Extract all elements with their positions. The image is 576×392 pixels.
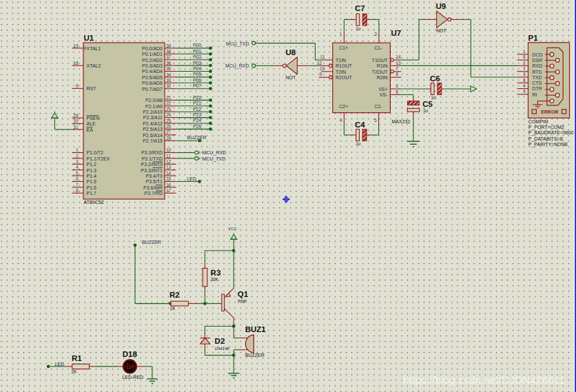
svg-text:4: 4 <box>76 165 79 169</box>
svg-text:DTR: DTR <box>533 86 542 91</box>
svg-text:22: 22 <box>166 101 172 105</box>
svg-text:P20: P20 <box>193 95 201 100</box>
svg-text:9: 9 <box>319 72 322 76</box>
svg-text:1u: 1u <box>356 26 361 31</box>
svg-text:P1.5: P1.5 <box>87 179 97 184</box>
svg-text:P1.6: P1.6 <box>87 185 97 190</box>
svg-text:R2OUT: R2OUT <box>336 75 352 80</box>
svg-text:P2.6/A14: P2.6/A14 <box>143 133 163 138</box>
svg-text:RTS: RTS <box>533 70 542 74</box>
svg-text:MCU_RXD: MCU_RXD <box>203 150 227 156</box>
svg-text:14: 14 <box>166 171 172 176</box>
svg-text:DSR: DSR <box>533 58 543 63</box>
svg-text:P_BAUDRATE=9600: P_BAUDRATE=9600 <box>528 130 574 136</box>
svg-text:39: 39 <box>166 43 172 48</box>
svg-text:P0.1/AD1: P0.1/AD1 <box>142 52 163 56</box>
svg-text:LED: LED <box>55 362 65 367</box>
svg-text:P1.7: P1.7 <box>87 191 97 196</box>
svg-text:T2IN: T2IN <box>336 70 346 74</box>
svg-text:P_PARITY=NONE: P_PARITY=NONE <box>528 142 568 147</box>
svg-text:T2OUT: T2OUT <box>372 70 389 74</box>
svg-text:MAX232: MAX232 <box>392 119 411 124</box>
svg-text:P1.0/T2: P1.0/T2 <box>87 150 104 155</box>
svg-text:10: 10 <box>166 147 172 152</box>
svg-text:P2.5/A13: P2.5/A13 <box>143 127 163 132</box>
svg-text:VS-: VS- <box>380 92 388 97</box>
svg-text:XTAL2: XTAL2 <box>87 63 101 68</box>
svg-text:NOT: NOT <box>286 75 297 80</box>
svg-text:P3.7/RD: P3.7/RD <box>145 191 163 196</box>
svg-text:1: 1 <box>76 147 79 152</box>
svg-text:Q1: Q1 <box>238 290 249 298</box>
svg-text:16: 16 <box>166 183 172 187</box>
svg-text:13: 13 <box>396 61 402 65</box>
svg-text:P3.1/TXD: P3.1/TXD <box>142 156 163 161</box>
svg-text:P0.6/AD6: P0.6/AD6 <box>142 81 163 85</box>
svg-text:24: 24 <box>166 112 172 117</box>
svg-text:P23: P23 <box>193 112 201 117</box>
svg-text:P2.1/A9: P2.1/A9 <box>145 104 163 109</box>
svg-text:33: 33 <box>166 78 172 83</box>
svg-text:17: 17 <box>166 188 172 193</box>
svg-text:R1IN: R1IN <box>377 63 388 68</box>
svg-text:13: 13 <box>166 165 172 169</box>
svg-text:12: 12 <box>317 61 322 65</box>
svg-text:U8: U8 <box>286 48 296 56</box>
svg-text:P1.4: P1.4 <box>87 174 97 178</box>
svg-text:5: 5 <box>76 171 79 176</box>
svg-text:P3.2/INT0: P3.2/INT0 <box>141 162 163 167</box>
svg-text:P3.4/T0: P3.4/T0 <box>145 174 163 178</box>
svg-text:P07: P07 <box>193 83 201 88</box>
svg-text:7: 7 <box>396 66 399 71</box>
svg-text:32: 32 <box>166 83 172 88</box>
svg-text:30: 30 <box>73 118 79 123</box>
svg-text:P2.3/A11: P2.3/A11 <box>143 115 163 120</box>
svg-text:8: 8 <box>523 78 526 83</box>
svg-text:P3.0/RXD: P3.0/RXD <box>141 150 163 155</box>
svg-text:LED-RED: LED-RED <box>122 375 143 380</box>
svg-text:P01: P01 <box>193 49 201 54</box>
svg-text:34: 34 <box>166 72 172 77</box>
svg-text:PNP: PNP <box>238 299 247 304</box>
svg-text:P00: P00 <box>193 43 201 48</box>
svg-text:P2.0/A8: P2.0/A8 <box>145 98 163 103</box>
svg-text:2K: 2K <box>72 369 78 374</box>
svg-text:C4: C4 <box>355 121 365 129</box>
svg-text:29: 29 <box>73 113 79 118</box>
svg-text:18: 18 <box>73 61 79 65</box>
svg-text:P2.2/A10: P2.2/A10 <box>143 110 163 114</box>
svg-text:T1IN: T1IN <box>336 58 346 63</box>
svg-text:15: 15 <box>166 176 172 181</box>
svg-text:P1.1/T2EX: P1.1/T2EX <box>87 156 110 161</box>
svg-text:NOT: NOT <box>436 28 447 33</box>
svg-text:37: 37 <box>166 54 172 59</box>
svg-text:2: 2 <box>396 83 399 88</box>
svg-text:C5: C5 <box>422 100 433 108</box>
svg-text:38: 38 <box>166 49 172 54</box>
svg-text:6: 6 <box>523 54 526 59</box>
svg-text:RST: RST <box>87 86 97 91</box>
svg-text:2: 2 <box>523 61 526 65</box>
svg-text:3: 3 <box>523 72 526 76</box>
svg-text:BUZZER: BUZZER <box>187 135 207 140</box>
svg-text:9: 9 <box>523 89 526 94</box>
svg-text:P1.3: P1.3 <box>87 168 97 173</box>
svg-text:12: 12 <box>166 159 172 164</box>
svg-text:D18: D18 <box>123 350 138 358</box>
svg-text:C1+: C1+ <box>339 45 348 50</box>
svg-text:36: 36 <box>166 61 172 65</box>
svg-text:P_DATABITS=8: P_DATABITS=8 <box>528 136 563 142</box>
svg-text:P21: P21 <box>193 101 201 105</box>
svg-text:U1: U1 <box>84 34 94 42</box>
svg-text:35: 35 <box>166 66 172 71</box>
svg-text:31: 31 <box>73 125 79 130</box>
svg-text:https://blog.csdn.net/DJDN4266: https://blog.csdn.net/DJDN426611 <box>403 374 565 386</box>
svg-text:C6: C6 <box>430 74 440 83</box>
svg-text:D2: D2 <box>215 337 225 345</box>
svg-text:P3.6/WR: P3.6/WR <box>143 185 163 190</box>
svg-text:6: 6 <box>76 176 79 181</box>
svg-text:P02: P02 <box>193 54 201 59</box>
svg-text:P2.7/A15: P2.7/A15 <box>143 138 163 143</box>
svg-text:4: 4 <box>340 118 342 123</box>
svg-text:P1.2: P1.2 <box>87 162 97 167</box>
